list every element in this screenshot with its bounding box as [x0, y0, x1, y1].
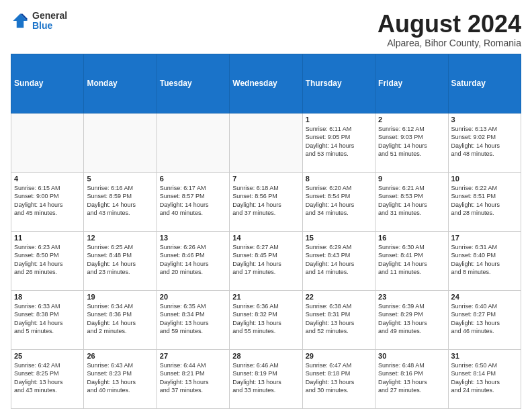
day-number: 22: [306, 293, 372, 301]
calendar-week-4: 25Sunrise: 6:42 AM Sunset: 8:25 PM Dayli…: [11, 349, 521, 408]
day-number: 13: [160, 234, 226, 242]
cell-content: Sunrise: 6:36 AM Sunset: 8:32 PM Dayligh…: [232, 302, 299, 336]
day-number: 20: [160, 293, 226, 301]
calendar-cell: 19Sunrise: 6:34 AM Sunset: 8:36 PM Dayli…: [84, 290, 157, 349]
page: General Blue August 2024 Alparea, Bihor …: [0, 0, 532, 411]
day-number: 24: [451, 293, 518, 301]
logo-text: General Blue: [32, 11, 67, 32]
calendar-cell: 29Sunrise: 6:47 AM Sunset: 8:18 PM Dayli…: [302, 349, 375, 408]
calendar-cell: 3Sunrise: 6:13 AM Sunset: 9:02 PM Daylig…: [448, 113, 521, 172]
day-number: 31: [451, 352, 518, 360]
cell-content: Sunrise: 6:33 AM Sunset: 8:38 PM Dayligh…: [14, 302, 81, 336]
day-number: 4: [14, 175, 81, 183]
day-number: 26: [87, 352, 153, 360]
day-number: 12: [87, 234, 153, 242]
day-number: 5: [87, 175, 153, 183]
col-sunday: Sunday: [11, 54, 84, 113]
logo: General Blue: [11, 11, 67, 32]
calendar-cell: 5Sunrise: 6:16 AM Sunset: 8:59 PM Daylig…: [84, 172, 157, 231]
title-block: August 2024 Alparea, Bihor County, Roman…: [378, 11, 521, 48]
calendar-week-1: 4Sunrise: 6:15 AM Sunset: 9:00 PM Daylig…: [11, 172, 521, 231]
day-number: 14: [232, 234, 299, 242]
calendar-cell: 15Sunrise: 6:29 AM Sunset: 8:43 PM Dayli…: [302, 231, 375, 290]
cell-content: Sunrise: 6:50 AM Sunset: 8:14 PM Dayligh…: [451, 361, 518, 395]
cell-content: Sunrise: 6:46 AM Sunset: 8:19 PM Dayligh…: [232, 361, 299, 395]
day-number: 8: [306, 175, 372, 183]
location-subtitle: Alparea, Bihor County, Romania: [378, 38, 521, 48]
calendar-cell: 31Sunrise: 6:50 AM Sunset: 8:14 PM Dayli…: [448, 349, 521, 408]
col-saturday: Saturday: [448, 54, 521, 113]
cell-content: Sunrise: 6:47 AM Sunset: 8:18 PM Dayligh…: [306, 361, 372, 395]
calendar-cell: 1Sunrise: 6:11 AM Sunset: 9:05 PM Daylig…: [302, 113, 375, 172]
day-number: 6: [160, 175, 226, 183]
col-thursday: Thursday: [302, 54, 375, 113]
header-row: Sunday Monday Tuesday Wednesday Thursday…: [11, 54, 521, 113]
calendar-cell: 13Sunrise: 6:26 AM Sunset: 8:46 PM Dayli…: [157, 231, 229, 290]
calendar-cell: 22Sunrise: 6:38 AM Sunset: 8:31 PM Dayli…: [302, 290, 375, 349]
cell-content: Sunrise: 6:42 AM Sunset: 8:25 PM Dayligh…: [14, 361, 81, 395]
calendar-cell: 10Sunrise: 6:22 AM Sunset: 8:51 PM Dayli…: [448, 172, 521, 231]
day-number: 18: [14, 293, 81, 301]
calendar-week-3: 18Sunrise: 6:33 AM Sunset: 8:38 PM Dayli…: [11, 290, 521, 349]
cell-content: Sunrise: 6:30 AM Sunset: 8:41 PM Dayligh…: [378, 243, 445, 277]
day-number: 28: [232, 352, 299, 360]
cell-content: Sunrise: 6:38 AM Sunset: 8:31 PM Dayligh…: [306, 302, 372, 336]
day-number: 27: [160, 352, 226, 360]
calendar-cell: 11Sunrise: 6:23 AM Sunset: 8:50 PM Dayli…: [11, 231, 84, 290]
calendar-table: Sunday Monday Tuesday Wednesday Thursday…: [11, 54, 521, 409]
cell-content: Sunrise: 6:12 AM Sunset: 9:03 PM Dayligh…: [378, 125, 445, 158]
day-number: 30: [378, 352, 445, 360]
cell-content: Sunrise: 6:16 AM Sunset: 8:59 PM Dayligh…: [87, 184, 153, 218]
day-number: 25: [14, 352, 81, 360]
calendar-cell: 28Sunrise: 6:46 AM Sunset: 8:19 PM Dayli…: [230, 349, 302, 408]
calendar-week-0: 1Sunrise: 6:11 AM Sunset: 9:05 PM Daylig…: [11, 113, 521, 172]
col-wednesday: Wednesday: [230, 54, 302, 113]
day-number: 19: [87, 293, 153, 301]
calendar-week-2: 11Sunrise: 6:23 AM Sunset: 8:50 PM Dayli…: [11, 231, 521, 290]
day-number: 21: [232, 293, 299, 301]
cell-content: Sunrise: 6:27 AM Sunset: 8:45 PM Dayligh…: [232, 243, 299, 277]
day-number: 10: [451, 175, 518, 183]
calendar-cell: 7Sunrise: 6:18 AM Sunset: 8:56 PM Daylig…: [230, 172, 302, 231]
calendar-cell: [84, 113, 157, 172]
calendar-cell: 17Sunrise: 6:31 AM Sunset: 8:40 PM Dayli…: [448, 231, 521, 290]
calendar-cell: 25Sunrise: 6:42 AM Sunset: 8:25 PM Dayli…: [11, 349, 84, 408]
calendar-cell: [230, 113, 302, 172]
calendar-cell: 21Sunrise: 6:36 AM Sunset: 8:32 PM Dayli…: [230, 290, 302, 349]
calendar-cell: 2Sunrise: 6:12 AM Sunset: 9:03 PM Daylig…: [375, 113, 448, 172]
calendar-cell: 4Sunrise: 6:15 AM Sunset: 9:00 PM Daylig…: [11, 172, 84, 231]
svg-marker-0: [13, 14, 28, 28]
day-number: 9: [378, 175, 445, 183]
month-title: August 2024: [378, 11, 521, 38]
col-friday: Friday: [375, 54, 448, 113]
calendar-cell: 30Sunrise: 6:48 AM Sunset: 8:16 PM Dayli…: [375, 349, 448, 408]
cell-content: Sunrise: 6:17 AM Sunset: 8:57 PM Dayligh…: [160, 184, 226, 218]
cell-content: Sunrise: 6:44 AM Sunset: 8:21 PM Dayligh…: [160, 361, 226, 395]
calendar-cell: 16Sunrise: 6:30 AM Sunset: 8:41 PM Dayli…: [375, 231, 448, 290]
logo-blue-text: Blue: [32, 21, 67, 31]
day-number: 2: [378, 116, 445, 124]
day-number: 29: [306, 352, 372, 360]
day-number: 17: [451, 234, 518, 242]
cell-content: Sunrise: 6:39 AM Sunset: 8:29 PM Dayligh…: [378, 302, 445, 336]
calendar-cell: [157, 113, 229, 172]
cell-content: Sunrise: 6:13 AM Sunset: 9:02 PM Dayligh…: [451, 125, 518, 158]
cell-content: Sunrise: 6:15 AM Sunset: 9:00 PM Dayligh…: [14, 184, 81, 218]
header: General Blue August 2024 Alparea, Bihor …: [11, 11, 521, 48]
cell-content: Sunrise: 6:31 AM Sunset: 8:40 PM Dayligh…: [451, 243, 518, 277]
calendar-cell: 24Sunrise: 6:40 AM Sunset: 8:27 PM Dayli…: [448, 290, 521, 349]
cell-content: Sunrise: 6:26 AM Sunset: 8:46 PM Dayligh…: [160, 243, 226, 277]
logo-general-text: General: [32, 11, 67, 21]
col-monday: Monday: [84, 54, 157, 113]
calendar-cell: 20Sunrise: 6:35 AM Sunset: 8:34 PM Dayli…: [157, 290, 229, 349]
day-number: 7: [232, 175, 299, 183]
calendar-cell: 14Sunrise: 6:27 AM Sunset: 8:45 PM Dayli…: [230, 231, 302, 290]
cell-content: Sunrise: 6:11 AM Sunset: 9:05 PM Dayligh…: [306, 125, 372, 158]
calendar-cell: 8Sunrise: 6:20 AM Sunset: 8:54 PM Daylig…: [302, 172, 375, 231]
day-number: 3: [451, 116, 518, 124]
calendar-cell: 12Sunrise: 6:25 AM Sunset: 8:48 PM Dayli…: [84, 231, 157, 290]
calendar-cell: 26Sunrise: 6:43 AM Sunset: 8:23 PM Dayli…: [84, 349, 157, 408]
day-number: 15: [306, 234, 372, 242]
cell-content: Sunrise: 6:23 AM Sunset: 8:50 PM Dayligh…: [14, 243, 81, 277]
calendar-cell: 27Sunrise: 6:44 AM Sunset: 8:21 PM Dayli…: [157, 349, 229, 408]
